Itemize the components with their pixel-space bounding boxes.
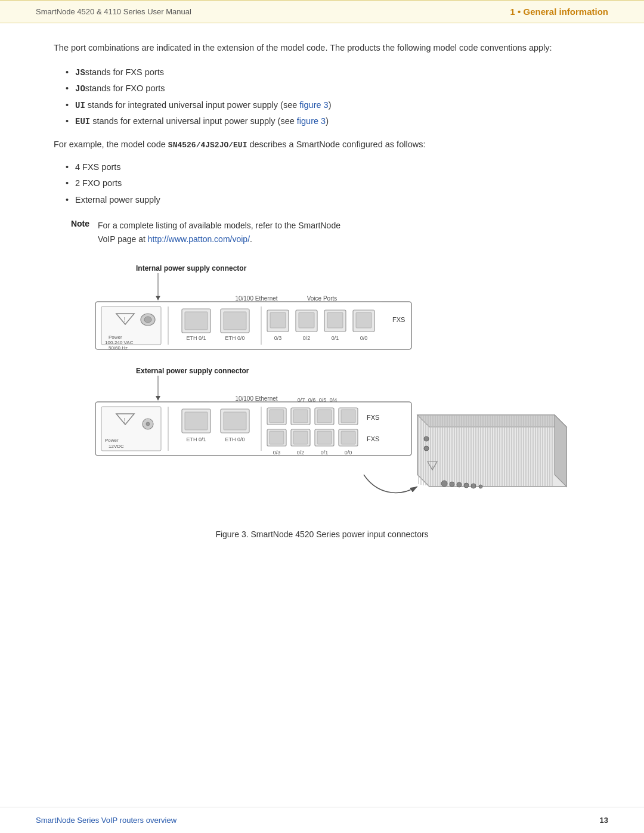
js-text: stands for FXS ports xyxy=(85,67,164,77)
svg-marker-39 xyxy=(156,396,160,401)
svg-point-151 xyxy=(457,482,462,487)
svg-rect-72 xyxy=(270,431,284,444)
diagrams-container: Internal power supply connector ! Power … xyxy=(54,260,590,549)
config-item-fxs: 4 FXS ports xyxy=(66,159,590,176)
svg-rect-63 xyxy=(270,410,284,423)
example-line: For example, the model code SN4526/4JS2J… xyxy=(54,138,590,152)
note-text-1: For a complete listing of available mode… xyxy=(98,221,340,230)
footer-page-number: 13 xyxy=(600,816,608,825)
svg-text:!: ! xyxy=(432,465,433,470)
note-text-2: VoIP page at xyxy=(98,234,148,244)
header-bar: SmartNode 4520 & 4110 Series User Manual… xyxy=(0,0,644,23)
svg-text:Voice Ports: Voice Ports xyxy=(307,295,338,302)
svg-point-149 xyxy=(441,481,447,487)
svg-text:50/60 Hz: 50/60 Hz xyxy=(109,345,128,351)
svg-text:ETH 0/1: ETH 0/1 xyxy=(186,335,206,341)
svg-rect-27 xyxy=(299,312,314,328)
svg-point-8 xyxy=(144,317,151,323)
svg-text:12VDC: 12VDC xyxy=(109,444,124,449)
ui-text: stands for integrated universal input po… xyxy=(85,100,299,110)
svg-rect-65 xyxy=(293,410,308,423)
model-code: SN4526/4JS2JO/EUI xyxy=(168,141,247,150)
svg-text:ETH 0/1: ETH 0/1 xyxy=(186,436,206,442)
svg-point-154 xyxy=(479,485,482,488)
svg-point-45 xyxy=(146,422,150,426)
svg-text:FXS: FXS xyxy=(392,316,405,323)
eui-text: stands for external universal input powe… xyxy=(90,116,297,126)
svg-rect-31 xyxy=(356,312,371,328)
svg-text:100-240 VAC: 100-240 VAC xyxy=(105,340,134,345)
svg-marker-86 xyxy=(555,415,566,487)
eui-label: EUI xyxy=(75,117,90,126)
figure3-link-2[interactable]: figure 3 xyxy=(297,116,326,126)
svg-text:0/4: 0/4 xyxy=(330,397,338,403)
figure3-link-1[interactable]: figure 3 xyxy=(299,100,328,110)
note-label: Note xyxy=(60,219,89,228)
svg-rect-29 xyxy=(327,312,343,328)
figure-caption: Figure 3. SmartNode 4520 Series power in… xyxy=(215,529,428,539)
svg-text:Power: Power xyxy=(109,335,122,340)
note-block: Note For a complete listing of available… xyxy=(54,219,590,246)
header-right: 1 • General information xyxy=(510,7,608,17)
note-text-3: . xyxy=(250,234,252,244)
page-container: SmartNode 4520 & 4110 Series User Manual… xyxy=(0,0,644,833)
svg-rect-76 xyxy=(317,431,332,444)
footer-left-text[interactable]: SmartNode Series VoIP routers overview xyxy=(36,816,177,825)
svg-text:0/3: 0/3 xyxy=(274,335,282,341)
svg-rect-25 xyxy=(270,312,286,328)
note-text: For a complete listing of available mode… xyxy=(98,219,340,246)
svg-text:10/100 Ethernet: 10/100 Ethernet xyxy=(235,295,277,302)
svg-rect-69 xyxy=(341,410,355,423)
svg-rect-67 xyxy=(317,410,332,423)
svg-rect-52 xyxy=(185,412,208,430)
svg-text:ETH 0/0: ETH 0/0 xyxy=(225,436,244,442)
svg-rect-16 xyxy=(185,312,208,330)
svg-text:0/1: 0/1 xyxy=(321,450,329,456)
svg-point-145 xyxy=(424,446,429,451)
header-left: SmartNode 4520 & 4110 Series User Manual xyxy=(36,7,191,16)
svg-text:0/6: 0/6 xyxy=(308,397,316,403)
svg-point-152 xyxy=(464,483,469,488)
svg-text:ETH 0/0: ETH 0/0 xyxy=(225,335,244,341)
svg-text:0/3: 0/3 xyxy=(273,450,281,456)
list-item: JOstands for FXO ports xyxy=(66,80,590,97)
footer-bar: SmartNode Series VoIP routers overview 1… xyxy=(0,807,644,833)
svg-text:External power supply connecto: External power supply connector xyxy=(136,367,249,375)
svg-point-153 xyxy=(471,484,476,488)
svg-text:Internal power supply connecto: Internal power supply connector xyxy=(136,264,247,272)
jo-text: stands for FXO ports xyxy=(85,83,165,93)
svg-rect-78 xyxy=(341,431,355,444)
js-label: JS xyxy=(75,68,85,78)
svg-text:Power: Power xyxy=(105,438,119,443)
device-diagrams-svg: Internal power supply connector ! Power … xyxy=(66,260,578,522)
svg-text:FXS: FXS xyxy=(367,414,379,421)
svg-text:0/1: 0/1 xyxy=(332,335,339,341)
svg-text:0/7: 0/7 xyxy=(298,397,305,403)
svg-rect-54 xyxy=(224,412,246,430)
svg-text:0/2: 0/2 xyxy=(297,450,305,456)
ui-label: UI xyxy=(75,101,85,110)
main-content: The port combinations are indicated in t… xyxy=(0,41,644,549)
jo-label: JO xyxy=(75,84,85,94)
config-item-power: External power supply xyxy=(66,192,590,209)
svg-text:0/0: 0/0 xyxy=(360,335,368,341)
list-item: EUI stands for external universal input … xyxy=(66,113,590,129)
svg-rect-18 xyxy=(224,312,246,330)
svg-text:10/100 Ethernet: 10/100 Ethernet xyxy=(235,395,277,402)
svg-text:!: ! xyxy=(124,317,126,323)
config-item-fxo: 2 FXO ports xyxy=(66,175,590,192)
svg-point-144 xyxy=(424,436,429,441)
config-list: 4 FXS ports 2 FXO ports External power s… xyxy=(54,159,590,209)
svg-text:0/0: 0/0 xyxy=(345,450,352,456)
svg-marker-2 xyxy=(156,296,160,301)
svg-text:0/2: 0/2 xyxy=(303,335,311,341)
svg-rect-74 xyxy=(293,431,308,444)
list-item: JSstands for FXS ports xyxy=(66,64,590,80)
svg-text:!: ! xyxy=(124,417,126,424)
intro-paragraph: The port combinations are indicated in t… xyxy=(54,41,590,55)
list-item: UI stands for integrated universal input… xyxy=(66,97,590,113)
voip-link[interactable]: http://www.patton.com/voip/ xyxy=(148,234,250,244)
conventions-list: JSstands for FXS ports JOstands for FXO … xyxy=(54,64,590,129)
svg-text:0/5: 0/5 xyxy=(319,397,327,403)
svg-point-150 xyxy=(450,482,454,487)
